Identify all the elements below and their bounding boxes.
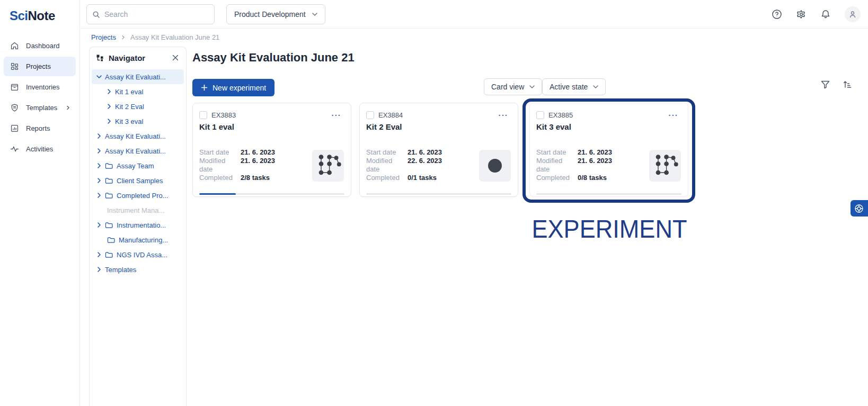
view-mode-dropdown[interactable]: Card view [484, 78, 542, 95]
sidebar-item-projects[interactable]: Projects [4, 57, 76, 76]
navigator-item-label: Templates [105, 266, 136, 274]
modified-date-value: 21. 6. 2023 [241, 157, 275, 174]
shield-templates-icon [10, 103, 19, 112]
lifebuoy-icon [854, 204, 864, 213]
state-filter-dropdown[interactable]: Active state [542, 78, 606, 95]
experiment-title[interactable]: Kit 3 eval [536, 122, 571, 131]
team-selector-dropdown[interactable]: Product Development [226, 4, 325, 24]
state-filter-value: Active state [550, 83, 588, 91]
sidebar-item-dashboard[interactable]: Dashboard [4, 36, 76, 56]
navigator-item-folder[interactable]: Instrumentatio... [92, 218, 184, 232]
team-selector-value: Product Development [234, 10, 306, 19]
sidebar-item-inventories[interactable]: Inventories [4, 77, 76, 97]
breadcrumb-projects-link[interactable]: Projects [91, 33, 116, 41]
chevron-right-icon [121, 33, 126, 41]
task-progress-bar [199, 193, 344, 195]
sidebar-item-reports[interactable]: Reports [4, 119, 76, 138]
navigator-item-project[interactable]: Assay Kit Evaluati... [92, 143, 184, 158]
experiment-title[interactable]: Kit 2 Eval [366, 122, 402, 131]
folder-icon [105, 192, 113, 199]
meta-label: Completed [199, 174, 241, 182]
view-mode-value: Card view [491, 83, 524, 91]
user-avatar[interactable] [845, 6, 861, 22]
notifications-bell-icon[interactable] [820, 9, 831, 20]
workflow-thumbnail[interactable] [649, 150, 681, 182]
sidebar-item-label: Templates [26, 104, 57, 112]
navigator-item-templates[interactable]: Templates [92, 262, 184, 277]
card-menu-icon[interactable]: ... [331, 109, 341, 118]
chevron-right-icon [97, 266, 101, 273]
logo-part-note: Note [28, 8, 55, 23]
navigator-item-folder[interactable]: NGS IVD Assa... [92, 247, 184, 262]
breadcrumb-current: Assay Kit Evaluation June 21 [130, 33, 219, 41]
navigator-item-folder[interactable]: Client Samples [92, 173, 184, 188]
card-checkbox[interactable] [366, 111, 374, 119]
meta-label: Start date [366, 148, 408, 157]
experiment-code: EX3884 [378, 111, 403, 119]
search-input[interactable] [104, 10, 209, 19]
card-menu-icon[interactable]: ... [498, 109, 508, 118]
experiment-code: EX3885 [548, 111, 573, 119]
folder-icon [105, 163, 113, 169]
plus-icon [201, 84, 208, 91]
navigator-item-label: Client Samples [117, 177, 163, 185]
sidebar-item-label: Reports [26, 124, 50, 132]
experiment-card-highlighted[interactable]: EX3885 ... Kit 3 eval Start date21. 6. 2… [529, 103, 688, 197]
card-checkbox[interactable] [199, 111, 207, 119]
card-menu-icon[interactable]: ... [668, 109, 678, 118]
sort-icon[interactable] [842, 79, 852, 89]
filter-icon[interactable] [820, 79, 830, 89]
chevron-right-icon [97, 163, 101, 169]
global-search[interactable] [86, 4, 215, 24]
page-title: Assay Kit Evaluation June 21 [192, 51, 355, 65]
experiment-card[interactable]: EX3884 ... Kit 2 Eval Start date21. 6. 2… [359, 103, 518, 197]
workflow-thumbnail[interactable] [479, 150, 511, 182]
sidebar-item-activities[interactable]: Activities [4, 139, 76, 159]
navigator-panel: Navigator Assay Kit Evaluati... Kit 1 ev… [89, 47, 187, 406]
navigator-tree-icon [96, 54, 104, 62]
experiment-annotation-label: EXPERIMENT [527, 214, 693, 243]
navigator-item-project[interactable]: Assay Kit Evaluati... [92, 129, 184, 143]
workflow-diagram-icon [651, 152, 679, 179]
support-widget-tab[interactable] [851, 200, 868, 216]
navigator-header: Navigator [90, 47, 186, 68]
navigator-item-kit1[interactable]: Kit 1 eval [92, 84, 184, 99]
card-checkbox[interactable] [536, 111, 544, 119]
sidebar-item-label: Inventories [26, 83, 60, 91]
chevron-right-icon [107, 118, 111, 124]
chevron-right-icon [97, 133, 101, 139]
completed-value: 0/8 tasks [578, 174, 607, 182]
chevron-down-icon [312, 13, 317, 16]
chevron-down-icon [96, 75, 102, 79]
scinote-logo[interactable]: SciNote [0, 0, 79, 23]
navigator-item-folder[interactable]: Assay Team [92, 158, 184, 173]
start-date-value: 21. 6. 2023 [578, 148, 612, 157]
meta-label: Modified date [199, 157, 241, 174]
navigator-item-folder[interactable]: Manufacturing... [92, 232, 184, 247]
experiment-card[interactable]: EX3883 ... Kit 1 eval Start date21. 6. 2… [192, 103, 351, 197]
new-experiment-button[interactable]: New experiment [192, 79, 274, 96]
navigator-item-kit3[interactable]: Kit 3 eval [92, 114, 184, 129]
folder-icon [105, 222, 113, 229]
sidebar-nav: Dashboard Projects Inventories Templates… [0, 36, 79, 159]
experiment-title[interactable]: Kit 1 eval [199, 122, 234, 131]
navigator-item-label: Instrument Mana... [107, 206, 164, 214]
sidebar-item-label: Projects [26, 62, 51, 70]
help-icon[interactable] [772, 9, 782, 20]
navigator-item-current-project[interactable]: Assay Kit Evaluati... [92, 69, 184, 84]
new-experiment-label: New experiment [212, 84, 266, 92]
experiment-code: EX3883 [211, 111, 236, 119]
workflow-thumbnail[interactable] [312, 150, 344, 182]
navigator-item-kit2[interactable]: Kit 2 Eval [92, 99, 184, 114]
meta-label: Modified date [366, 157, 408, 174]
modified-date-value: 22. 6. 2023 [408, 157, 442, 174]
projects-grid-icon [10, 62, 19, 71]
sidebar-item-templates[interactable]: Templates [4, 98, 76, 118]
settings-gear-icon[interactable] [796, 9, 807, 20]
folder-icon [107, 237, 115, 243]
workflow-diagram-icon [314, 152, 342, 179]
navigator-item-folder[interactable]: Completed Pro... [92, 188, 184, 203]
folder-icon [105, 251, 113, 258]
close-icon[interactable] [171, 53, 180, 62]
navigator-item-label: Assay Team [117, 162, 154, 170]
